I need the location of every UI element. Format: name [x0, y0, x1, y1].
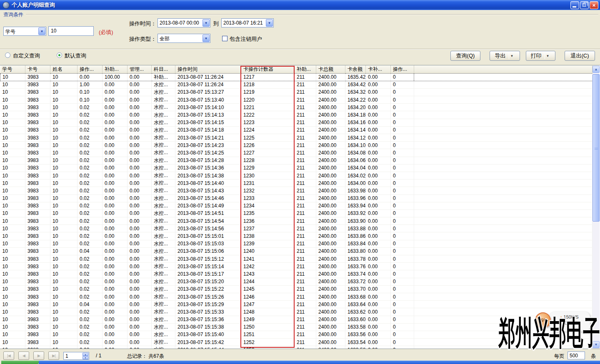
- table-row[interactable]: 103983100.020.000.00水控...2013-08-07 15:1…: [0, 217, 592, 225]
- exit-button[interactable]: 退出(C): [565, 51, 595, 61]
- table-row[interactable]: 103983100.020.000.00水控...2013-08-07 15:1…: [0, 293, 592, 300]
- table-cell: 10: [50, 323, 78, 331]
- table-row[interactable]: 103983100.020.000.00水控...2013-08-07 15:1…: [0, 126, 592, 134]
- vertical-scrollbar[interactable]: ▲ ▼: [592, 66, 600, 348]
- restore-button[interactable]: [580, 1, 589, 9]
- start-button-sliver[interactable]: [1, 361, 39, 364]
- table-cell: 2013-08-07 15:15:03: [175, 240, 241, 247]
- table-row[interactable]: 103983100.020.000.00水控...2013-08-07 15:1…: [0, 134, 592, 142]
- table-cell: 0.00: [128, 308, 152, 316]
- close-button[interactable]: ×: [590, 1, 598, 9]
- table-cell: 2013-08-07 15:15:06: [175, 247, 241, 255]
- custom-query-radio[interactable]: [5, 52, 10, 58]
- column-header[interactable]: 操作时间: [175, 65, 241, 73]
- table-row[interactable]: 103983100.020.000.00水控...2013-08-07 15:1…: [0, 164, 592, 172]
- table-cell: 3983: [25, 293, 50, 300]
- column-header[interactable]: 卡余额: [345, 65, 366, 73]
- table-row[interactable]: 103983100.100.000.00水控...2013-08-07 15:1…: [0, 88, 592, 96]
- scroll-up-button[interactable]: ▲: [592, 66, 600, 73]
- scrollbar-thumb[interactable]: [592, 74, 600, 222]
- table-cell: 1226: [241, 142, 295, 149]
- column-header[interactable]: 卡操作计数器: [241, 65, 295, 73]
- table-row[interactable]: 103983100.020.000.00水控...2013-08-07 15:1…: [0, 225, 592, 232]
- table-cell: 2013-08-07 15:13:27: [175, 88, 241, 96]
- table-row[interactable]: 103983100.020.000.00水控...2013-08-07 15:1…: [0, 209, 592, 217]
- table-row[interactable]: 103983100.020.000.00水控...2013-08-07 15:1…: [0, 142, 592, 149]
- chevron-down-icon[interactable]: ▾: [38, 27, 45, 35]
- table-row[interactable]: 103983100.020.000.00水控...2013-08-07 15:1…: [0, 270, 592, 278]
- table-row[interactable]: 103983100.020.000.00水控...2013-08-07 15:1…: [0, 202, 592, 209]
- next-page-button[interactable]: ▶: [33, 352, 44, 360]
- column-header[interactable]: 补助...: [102, 65, 128, 73]
- default-query-radio[interactable]: [57, 52, 62, 58]
- table-cell: 0.00: [366, 202, 391, 209]
- table-cell: 1.00: [78, 81, 102, 88]
- query-button-label: 查询(Q): [456, 52, 475, 60]
- column-header[interactable]: 学号: [0, 65, 25, 73]
- table-cell: 水控...: [152, 285, 175, 293]
- minimize-button[interactable]: [570, 1, 579, 9]
- column-header[interactable]: 卡总额: [316, 65, 345, 73]
- table-row[interactable]: 103983100.020.000.00水控...2013-08-07 15:1…: [0, 157, 592, 164]
- prev-page-button[interactable]: ◀: [18, 352, 29, 360]
- table-row[interactable]: 103983100.020.000.00水控...2013-08-07 15:1…: [0, 285, 592, 293]
- time-to-combobox[interactable]: 2013-08-07 16:21 ▾: [221, 18, 274, 27]
- table-row[interactable]: 103983100.020.000.00水控...2013-08-07 15:1…: [0, 278, 592, 285]
- table-cell: 0.00: [102, 157, 128, 164]
- table-cell: 2013-08-07 15:14:54: [175, 217, 241, 225]
- first-page-button[interactable]: |◀: [3, 352, 14, 360]
- table-row[interactable]: 103983100.020.000.00水控...2013-08-07 15:1…: [0, 180, 592, 187]
- table-cell: 2400.00: [316, 111, 345, 119]
- page-number-input[interactable]: 1 ▲ ▼: [63, 352, 89, 360]
- column-header[interactable]: 管理...: [128, 65, 152, 73]
- column-header[interactable]: 姓名: [50, 65, 78, 73]
- column-header[interactable]: 操作...: [78, 65, 102, 73]
- include-cancelled-label: 包含注销用户: [230, 35, 262, 43]
- table-row[interactable]: 103983100.00100.000.00补助...2013-08-07 11…: [0, 73, 592, 81]
- table-cell: 0.00: [366, 157, 391, 164]
- column-header[interactable]: 卡补...: [366, 65, 391, 73]
- spinner-up-icon[interactable]: ▲: [82, 353, 88, 356]
- table-row[interactable]: 103983100.020.000.00水控...2013-08-07 15:1…: [0, 263, 592, 270]
- table-row[interactable]: 103983100.040.000.00水控...2013-08-07 15:1…: [0, 247, 592, 255]
- table-row[interactable]: 103983100.020.000.00水控...2013-08-07 15:1…: [0, 119, 592, 126]
- spinner-down-icon[interactable]: ▼: [82, 356, 88, 359]
- chevron-down-icon[interactable]: ▾: [545, 54, 551, 58]
- page-total-label: / 1: [96, 353, 101, 359]
- column-header[interactable]: 卡号: [25, 65, 50, 73]
- table-row[interactable]: 103983100.020.000.00水控...2013-08-07 15:1…: [0, 194, 592, 202]
- table-cell: 0.02: [78, 142, 102, 149]
- print-button[interactable]: 打印 ▾: [526, 51, 555, 61]
- table-row[interactable]: 103983101.000.000.00水控...2013-08-07 11:2…: [0, 81, 592, 88]
- table-cell: 0.02: [78, 134, 102, 142]
- table-row[interactable]: 103983100.020.000.00水控...2013-08-07 15:1…: [0, 255, 592, 263]
- table-cell: 211: [295, 88, 316, 96]
- table-row[interactable]: 103983100.020.000.00水控...2013-08-07 15:1…: [0, 149, 592, 157]
- column-header[interactable]: 补助...: [295, 65, 316, 73]
- chevron-down-icon[interactable]: ▾: [509, 54, 515, 58]
- table-row[interactable]: 103983100.100.000.00水控...2013-08-07 15:1…: [0, 96, 592, 104]
- chevron-down-icon[interactable]: ▾: [202, 35, 210, 42]
- time-from-combobox[interactable]: 2013-08-07 00:00 ▾: [158, 18, 210, 27]
- field-type-combobox[interactable]: 学号 ▾: [3, 27, 46, 36]
- table-cell: 10: [50, 225, 78, 232]
- export-button[interactable]: 导出 ▾: [490, 51, 520, 61]
- type-combobox[interactable]: 全部 ▾: [158, 34, 210, 43]
- column-header[interactable]: 操作...: [391, 65, 414, 73]
- table-row[interactable]: 103983100.020.000.00水控...2013-08-07 15:1…: [0, 172, 592, 179]
- table-cell: 0.00: [102, 301, 128, 308]
- chevron-down-icon[interactable]: ▾: [202, 19, 210, 27]
- table-row[interactable]: 103983100.020.000.00水控...2013-08-07 15:1…: [0, 232, 592, 240]
- table-cell: 1635.42: [345, 73, 366, 81]
- table-row[interactable]: 103983100.020.000.00水控...2013-08-07 15:1…: [0, 104, 592, 111]
- include-cancelled-checkbox[interactable]: [222, 36, 228, 41]
- column-header[interactable]: 科目...: [152, 65, 175, 73]
- last-page-button[interactable]: ▶|: [48, 352, 59, 360]
- query-button[interactable]: 查询(Q): [450, 51, 480, 61]
- field-value-input[interactable]: 10: [48, 26, 94, 36]
- table-row[interactable]: 103983100.040.000.00水控...2013-08-07 15:1…: [0, 301, 592, 308]
- table-row[interactable]: 103983100.020.000.00水控...2013-08-07 15:1…: [0, 240, 592, 247]
- table-row[interactable]: 103983100.020.000.00水控...2013-08-07 15:1…: [0, 111, 592, 119]
- table-row[interactable]: 103983100.020.000.00水控...2013-08-07 15:1…: [0, 187, 592, 194]
- chevron-down-icon[interactable]: ▾: [266, 19, 273, 27]
